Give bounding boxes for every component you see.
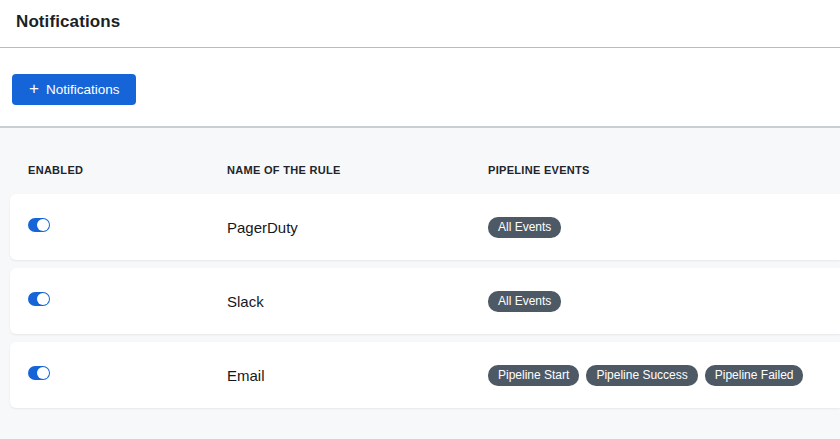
plus-icon: + [29, 80, 39, 97]
column-header-name: NAME OF THE RULE [227, 164, 488, 176]
toolbar: + Notifications [0, 48, 840, 105]
toggle-cell [28, 218, 227, 236]
enabled-toggle[interactable] [28, 218, 50, 232]
table-header-row: ENABLED NAME OF THE RULE PIPELINE EVENTS [10, 128, 840, 194]
enabled-toggle[interactable] [28, 366, 50, 380]
add-notification-button-label: Notifications [46, 82, 120, 97]
event-badge: Pipeline Start [488, 365, 579, 386]
toggle-knob [37, 293, 49, 305]
rule-name: Email [227, 367, 488, 384]
pipeline-events-cell: All Events [488, 217, 840, 238]
toggle-knob [37, 219, 49, 231]
event-badge: All Events [488, 217, 561, 238]
event-badge: Pipeline Success [586, 365, 697, 386]
column-header-events: PIPELINE EVENTS [488, 164, 840, 176]
add-notification-button[interactable]: + Notifications [12, 74, 136, 105]
column-header-enabled: ENABLED [28, 164, 227, 176]
event-badge: Pipeline Failed [705, 365, 804, 386]
page-header: Notifications [0, 0, 840, 32]
toggle-knob [37, 367, 49, 379]
page-title: Notifications [16, 12, 824, 32]
rule-name: Slack [227, 293, 488, 310]
toggle-cell [28, 292, 227, 310]
notification-rules-table: ENABLED NAME OF THE RULE PIPELINE EVENTS… [0, 126, 840, 439]
enabled-toggle[interactable] [28, 292, 50, 306]
toggle-cell [28, 366, 227, 384]
table-body: PagerDuty All Events Slack All Events Em… [10, 194, 840, 408]
table-row: PagerDuty All Events [10, 194, 840, 260]
table-row: Email Pipeline StartPipeline SuccessPipe… [10, 342, 840, 408]
table-row: Slack All Events [10, 268, 840, 334]
pipeline-events-cell: Pipeline StartPipeline SuccessPipeline F… [488, 365, 840, 386]
event-badge: All Events [488, 291, 561, 312]
rule-name: PagerDuty [227, 219, 488, 236]
pipeline-events-cell: All Events [488, 291, 840, 312]
